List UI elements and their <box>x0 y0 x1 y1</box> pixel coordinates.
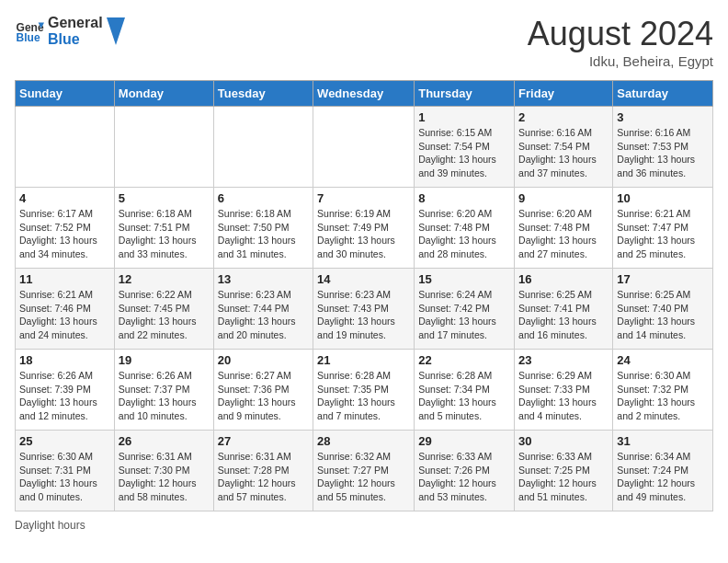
calendar-cell <box>16 107 115 188</box>
svg-marker-3 <box>107 17 125 45</box>
day-sun-info: Sunrise: 6:32 AMSunset: 7:27 PMDaylight:… <box>317 450 410 504</box>
calendar-cell: 14Sunrise: 6:23 AMSunset: 7:43 PMDayligh… <box>313 269 415 350</box>
day-number: 14 <box>317 272 410 286</box>
calendar-cell: 23Sunrise: 6:29 AMSunset: 7:33 PMDayligh… <box>515 350 613 431</box>
day-sun-info: Sunrise: 6:18 AMSunset: 7:51 PMDaylight:… <box>119 207 210 261</box>
day-sun-info: Sunrise: 6:25 AMSunset: 7:40 PMDaylight:… <box>617 288 709 342</box>
calendar-cell: 27Sunrise: 6:31 AMSunset: 7:28 PMDayligh… <box>213 431 313 511</box>
calendar-cell: 26Sunrise: 6:31 AMSunset: 7:30 PMDayligh… <box>114 431 213 511</box>
day-number: 19 <box>119 353 210 367</box>
day-sun-info: Sunrise: 6:15 AMSunset: 7:54 PMDaylight:… <box>418 126 510 180</box>
day-number: 20 <box>218 353 309 367</box>
day-number: 16 <box>518 272 609 286</box>
day-number: 3 <box>617 110 709 124</box>
calendar-cell: 4Sunrise: 6:17 AMSunset: 7:52 PMDaylight… <box>16 188 115 269</box>
calendar-cell: 28Sunrise: 6:32 AMSunset: 7:27 PMDayligh… <box>313 431 415 511</box>
day-number: 21 <box>317 353 410 367</box>
calendar-week-row: 11Sunrise: 6:21 AMSunset: 7:46 PMDayligh… <box>16 269 713 350</box>
logo-general: General <box>48 15 103 31</box>
day-sun-info: Sunrise: 6:16 AMSunset: 7:54 PMDaylight:… <box>518 126 609 180</box>
calendar-cell: 18Sunrise: 6:26 AMSunset: 7:39 PMDayligh… <box>16 350 115 431</box>
day-sun-info: Sunrise: 6:22 AMSunset: 7:45 PMDaylight:… <box>119 288 210 342</box>
calendar-cell: 10Sunrise: 6:21 AMSunset: 7:47 PMDayligh… <box>613 188 713 269</box>
calendar-cell: 19Sunrise: 6:26 AMSunset: 7:37 PMDayligh… <box>114 350 213 431</box>
day-sun-info: Sunrise: 6:17 AMSunset: 7:52 PMDaylight:… <box>19 207 110 261</box>
day-sun-info: Sunrise: 6:28 AMSunset: 7:35 PMDaylight:… <box>317 369 410 423</box>
day-number: 29 <box>418 434 510 448</box>
day-number: 7 <box>317 191 410 205</box>
day-number: 6 <box>218 191 309 205</box>
day-number: 24 <box>617 353 709 367</box>
weekday-header-monday: Monday <box>114 81 213 107</box>
calendar-cell: 21Sunrise: 6:28 AMSunset: 7:35 PMDayligh… <box>313 350 415 431</box>
calendar-cell: 5Sunrise: 6:18 AMSunset: 7:51 PMDaylight… <box>114 188 213 269</box>
calendar-cell: 20Sunrise: 6:27 AMSunset: 7:36 PMDayligh… <box>213 350 313 431</box>
day-number: 23 <box>518 353 609 367</box>
calendar-cell: 13Sunrise: 6:23 AMSunset: 7:44 PMDayligh… <box>213 269 313 350</box>
day-number: 2 <box>518 110 609 124</box>
logo: General Blue General Blue <box>15 15 125 48</box>
calendar-cell: 31Sunrise: 6:34 AMSunset: 7:24 PMDayligh… <box>613 431 713 511</box>
day-number: 26 <box>119 434 210 448</box>
weekday-header-wednesday: Wednesday <box>313 81 415 107</box>
day-sun-info: Sunrise: 6:24 AMSunset: 7:42 PMDaylight:… <box>418 288 510 342</box>
calendar-cell <box>114 107 213 188</box>
day-sun-info: Sunrise: 6:20 AMSunset: 7:48 PMDaylight:… <box>518 207 609 261</box>
calendar-cell: 12Sunrise: 6:22 AMSunset: 7:45 PMDayligh… <box>114 269 213 350</box>
calendar-cell: 17Sunrise: 6:25 AMSunset: 7:40 PMDayligh… <box>613 269 713 350</box>
day-number: 1 <box>418 110 510 124</box>
weekday-header-tuesday: Tuesday <box>213 81 313 107</box>
day-sun-info: Sunrise: 6:18 AMSunset: 7:50 PMDaylight:… <box>218 207 309 261</box>
day-number: 17 <box>617 272 709 286</box>
calendar-cell: 16Sunrise: 6:25 AMSunset: 7:41 PMDayligh… <box>515 269 613 350</box>
day-number: 15 <box>418 272 510 286</box>
calendar-cell: 29Sunrise: 6:33 AMSunset: 7:26 PMDayligh… <box>415 431 515 511</box>
day-sun-info: Sunrise: 6:19 AMSunset: 7:49 PMDaylight:… <box>317 207 410 261</box>
calendar-cell: 3Sunrise: 6:16 AMSunset: 7:53 PMDaylight… <box>613 107 713 188</box>
calendar-cell: 11Sunrise: 6:21 AMSunset: 7:46 PMDayligh… <box>16 269 115 350</box>
calendar-week-row: 1Sunrise: 6:15 AMSunset: 7:54 PMDaylight… <box>16 107 713 188</box>
day-number: 30 <box>518 434 609 448</box>
day-number: 13 <box>218 272 309 286</box>
day-number: 5 <box>119 191 210 205</box>
calendar-cell <box>213 107 313 188</box>
calendar-cell: 22Sunrise: 6:28 AMSunset: 7:34 PMDayligh… <box>415 350 515 431</box>
day-number: 27 <box>218 434 309 448</box>
logo-blue: Blue <box>48 31 103 48</box>
day-number: 10 <box>617 191 709 205</box>
day-number: 22 <box>418 353 510 367</box>
day-sun-info: Sunrise: 6:30 AMSunset: 7:32 PMDaylight:… <box>617 369 709 423</box>
day-number: 31 <box>617 434 709 448</box>
day-number: 8 <box>418 191 510 205</box>
day-number: 25 <box>19 434 110 448</box>
day-number: 18 <box>19 353 110 367</box>
day-sun-info: Sunrise: 6:30 AMSunset: 7:31 PMDaylight:… <box>19 450 110 504</box>
title-block: August 2024 Idku, Beheira, Egypt <box>528 15 713 69</box>
calendar-week-row: 18Sunrise: 6:26 AMSunset: 7:39 PMDayligh… <box>16 350 713 431</box>
day-sun-info: Sunrise: 6:34 AMSunset: 7:24 PMDaylight:… <box>617 450 709 504</box>
day-sun-info: Sunrise: 6:23 AMSunset: 7:44 PMDaylight:… <box>218 288 309 342</box>
day-number: 9 <box>518 191 609 205</box>
day-number: 11 <box>19 272 110 286</box>
calendar-cell: 25Sunrise: 6:30 AMSunset: 7:31 PMDayligh… <box>16 431 115 511</box>
page-header: General Blue General Blue August 2024 Id… <box>15 15 713 69</box>
logo-icon: General Blue <box>15 17 44 46</box>
day-sun-info: Sunrise: 6:16 AMSunset: 7:53 PMDaylight:… <box>617 126 709 180</box>
weekday-header-friday: Friday <box>515 81 613 107</box>
day-sun-info: Sunrise: 6:21 AMSunset: 7:46 PMDaylight:… <box>19 288 110 342</box>
day-sun-info: Sunrise: 6:33 AMSunset: 7:25 PMDaylight:… <box>518 450 609 504</box>
day-sun-info: Sunrise: 6:27 AMSunset: 7:36 PMDaylight:… <box>218 369 309 423</box>
logo-arrow-icon <box>107 17 125 45</box>
calendar-cell <box>313 107 415 188</box>
day-sun-info: Sunrise: 6:20 AMSunset: 7:48 PMDaylight:… <box>418 207 510 261</box>
svg-text:Blue: Blue <box>17 31 40 44</box>
day-sun-info: Sunrise: 6:31 AMSunset: 7:30 PMDaylight:… <box>119 450 210 504</box>
calendar-table: SundayMondayTuesdayWednesdayThursdayFrid… <box>15 80 713 511</box>
calendar-cell: 15Sunrise: 6:24 AMSunset: 7:42 PMDayligh… <box>415 269 515 350</box>
day-sun-info: Sunrise: 6:31 AMSunset: 7:28 PMDaylight:… <box>218 450 309 504</box>
day-sun-info: Sunrise: 6:21 AMSunset: 7:47 PMDaylight:… <box>617 207 709 261</box>
month-year-title: August 2024 <box>528 15 713 53</box>
day-number: 4 <box>19 191 110 205</box>
weekday-header-row: SundayMondayTuesdayWednesdayThursdayFrid… <box>16 81 713 107</box>
day-sun-info: Sunrise: 6:25 AMSunset: 7:41 PMDaylight:… <box>518 288 609 342</box>
